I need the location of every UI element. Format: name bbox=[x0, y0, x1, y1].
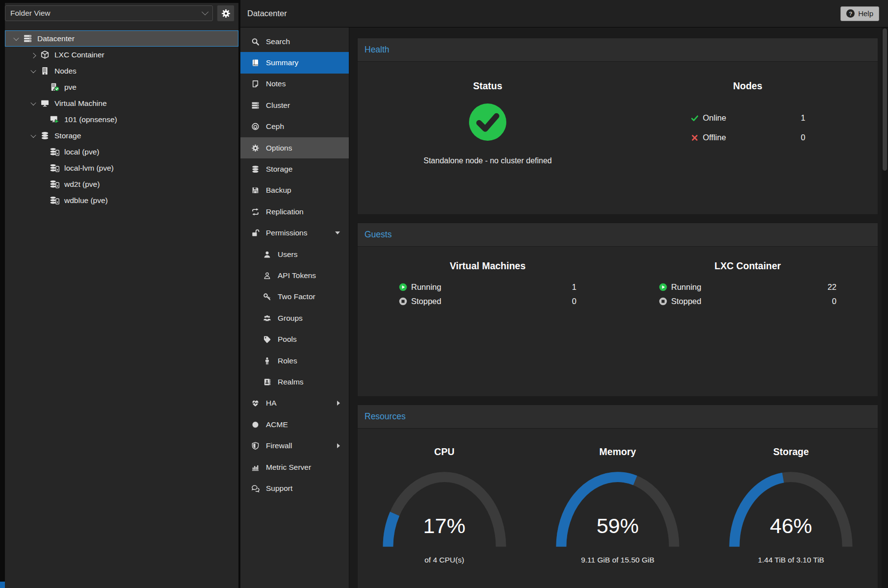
node-status-row-offline: Offline0 bbox=[690, 133, 806, 142]
gauge-caption: 1.44 TiB of 3.10 TiB bbox=[758, 556, 824, 564]
menu-item-label: Options bbox=[266, 144, 292, 153]
tree-item-wd2t-pve[interactable]: wd2t (pve) bbox=[5, 176, 238, 192]
resources-panel-header: Resources bbox=[358, 405, 878, 429]
menu-item-ha[interactable]: HA bbox=[240, 393, 349, 414]
gear-icon bbox=[221, 9, 231, 18]
arrow-down-icon bbox=[335, 231, 340, 234]
menu-item-cluster[interactable]: Cluster bbox=[240, 95, 349, 116]
tree-item-101-opnsense[interactable]: 101 (opnsense) bbox=[5, 111, 238, 128]
view-mode-select[interactable]: Folder View bbox=[5, 5, 213, 21]
help-button[interactable]: ? Help bbox=[840, 6, 879, 21]
status-label: Online bbox=[703, 113, 727, 123]
storage-drive-icon bbox=[50, 180, 60, 188]
menu-item-label: Cluster bbox=[266, 101, 290, 110]
tree-item-local-lvm-pve[interactable]: local-lvm (pve) bbox=[5, 160, 238, 176]
menu-item-summary[interactable]: Summary bbox=[240, 52, 349, 73]
main-row: SearchSummaryNotesClusterCephOptionsStor… bbox=[240, 27, 888, 588]
menu-item-label: Ceph bbox=[266, 122, 284, 131]
guests-panel: Guests Virtual MachinesRunning1Stopped0L… bbox=[357, 223, 878, 397]
menu-item-label: Groups bbox=[278, 314, 303, 323]
tree-item-datacenter[interactable]: Datacenter bbox=[5, 30, 238, 47]
tree-item-pve[interactable]: pve bbox=[5, 79, 238, 95]
menu-item-realms[interactable]: Realms bbox=[240, 371, 349, 392]
guest-row-value: 22 bbox=[828, 282, 836, 292]
view-mode-value: Folder View bbox=[10, 9, 203, 18]
menu-item-ceph[interactable]: Ceph bbox=[240, 116, 349, 137]
guests-column-heading: LXC Container bbox=[714, 260, 781, 272]
tree-item-virtual-machine[interactable]: Virtual Machine bbox=[5, 95, 238, 111]
gear-icon bbox=[251, 144, 260, 152]
menu-item-pools[interactable]: Pools bbox=[240, 329, 349, 350]
menu-item-api-tokens[interactable]: API Tokens bbox=[240, 265, 349, 286]
resource-tree: DatacenterLXC ContainerNodespveVirtual M… bbox=[5, 30, 238, 208]
menu-item-label: API Tokens bbox=[278, 271, 316, 280]
tree-item-label: Virtual Machine bbox=[54, 99, 107, 108]
chevron-down-icon[interactable] bbox=[29, 134, 37, 138]
tree-settings-button[interactable] bbox=[217, 5, 235, 22]
menu-item-users[interactable]: Users bbox=[240, 244, 349, 265]
tree-item-storage[interactable]: Storage bbox=[5, 128, 238, 144]
chevron-down-icon[interactable] bbox=[12, 37, 20, 41]
menu-item-two-factor[interactable]: Two Factor bbox=[240, 286, 349, 307]
guest-row-running: Running22 bbox=[659, 282, 836, 292]
tree-item-lxc-container[interactable]: LXC Container bbox=[5, 47, 238, 63]
menu-item-acme[interactable]: ACME bbox=[240, 414, 349, 435]
chevron-down-icon[interactable] bbox=[29, 102, 37, 105]
tree-item-label: Storage bbox=[54, 131, 81, 140]
gauge-percent: 17% bbox=[378, 514, 511, 538]
status-text: Standalone node - no cluster defined bbox=[423, 156, 552, 165]
database-icon bbox=[40, 131, 50, 140]
gauge-heading: Memory bbox=[600, 446, 636, 458]
nodes-column: Nodes Online1Offline0 bbox=[618, 62, 878, 214]
guest-row-label: Stopped bbox=[671, 297, 701, 306]
menu-item-label: Support bbox=[266, 484, 292, 493]
user-icon bbox=[262, 251, 272, 258]
user-outline-icon bbox=[262, 272, 272, 280]
menu-item-roles[interactable]: Roles bbox=[240, 350, 349, 371]
gauge-arc: 46% bbox=[724, 471, 858, 549]
menu-item-support[interactable]: Support bbox=[240, 478, 349, 499]
check-icon bbox=[690, 114, 699, 122]
content-scrollbar[interactable] bbox=[882, 27, 888, 588]
menu-item-replication[interactable]: Replication bbox=[240, 201, 349, 222]
cross-icon bbox=[690, 134, 699, 142]
heartbeat-icon bbox=[251, 399, 260, 407]
guest-rows: Running1Stopped0 bbox=[399, 282, 576, 306]
scrollbar-thumb[interactable] bbox=[883, 28, 887, 171]
menu-item-groups[interactable]: Groups bbox=[240, 307, 349, 329]
tree-item-wdblue-pve[interactable]: wdblue (pve) bbox=[5, 192, 238, 208]
gauge-arc: 59% bbox=[551, 471, 684, 549]
gauge-caption: 9.11 GiB of 15.50 GiB bbox=[581, 556, 654, 564]
summary-content: Health Status Standalone node - no clust… bbox=[349, 27, 888, 588]
storage-drive-icon bbox=[50, 148, 60, 156]
note-icon bbox=[251, 80, 260, 88]
group-icon bbox=[262, 314, 272, 322]
gauge-storage: Storage46%1.44 TiB of 3.10 TiB bbox=[705, 429, 878, 564]
menu-item-label: Metric Server bbox=[266, 463, 311, 472]
menu-item-backup[interactable]: Backup bbox=[240, 180, 349, 201]
guest-rows: Running22Stopped0 bbox=[659, 282, 836, 306]
gauge-heading: CPU bbox=[434, 446, 454, 458]
building-icon bbox=[40, 67, 50, 75]
tree-item-local-pve[interactable]: local (pve) bbox=[5, 144, 238, 160]
menu-item-storage[interactable]: Storage bbox=[240, 158, 349, 179]
status-value: 0 bbox=[801, 133, 805, 142]
menu-item-label: Pools bbox=[278, 335, 297, 344]
menu-item-firewall[interactable]: Firewall bbox=[240, 435, 349, 456]
tree-item-label: wdblue (pve) bbox=[64, 196, 108, 205]
menu-item-label: ACME bbox=[266, 420, 288, 429]
menu-item-options[interactable]: Options bbox=[240, 137, 349, 158]
health-panel: Health Status Standalone node - no clust… bbox=[357, 38, 878, 215]
gauge-memory: Memory59%9.11 GiB of 15.50 GiB bbox=[531, 429, 704, 564]
menu-item-metric-server[interactable]: Metric Server bbox=[240, 457, 349, 478]
guest-row-value: 0 bbox=[572, 297, 576, 306]
menu-item-permissions[interactable]: Permissions bbox=[240, 223, 349, 244]
guest-row-running: Running1 bbox=[399, 282, 576, 292]
chevron-down-icon[interactable] bbox=[29, 69, 37, 73]
chevron-right-icon[interactable] bbox=[29, 53, 37, 57]
menu-item-notes[interactable]: Notes bbox=[240, 74, 349, 95]
guests-panel-header: Guests bbox=[358, 223, 878, 247]
menu-item-search[interactable]: Search bbox=[240, 31, 349, 52]
tree-item-nodes[interactable]: Nodes bbox=[5, 63, 238, 79]
bottom-left-accent bbox=[0, 582, 5, 588]
